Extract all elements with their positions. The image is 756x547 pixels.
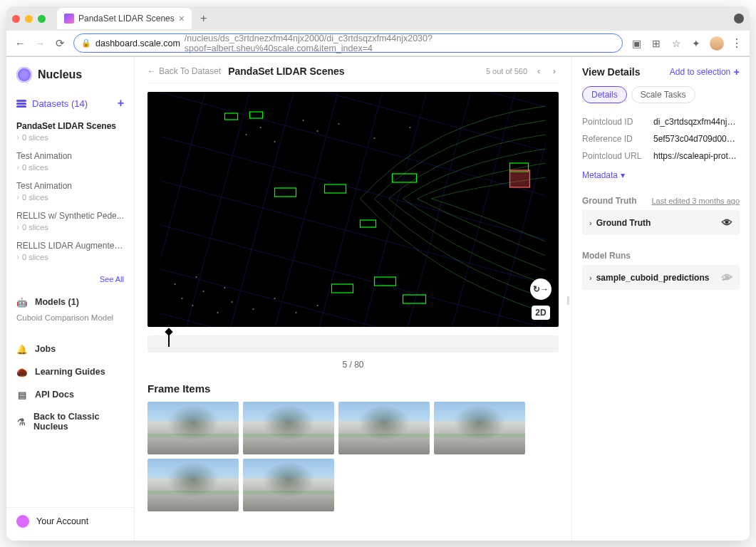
sidebar-dataset-item[interactable]: RELLIS w/ Synthetic Pede... bbox=[6, 208, 134, 222]
extension-icon[interactable]: ✦ bbox=[690, 38, 703, 49]
svg-point-13 bbox=[224, 287, 226, 288]
account-avatar-icon bbox=[16, 515, 29, 528]
qr-icon[interactable]: ⊞ bbox=[650, 38, 663, 49]
kv-key: Pointcloud URL bbox=[582, 151, 653, 161]
dataset-slices-count[interactable]: 0 slices bbox=[6, 222, 134, 238]
brand-title: Nucleus bbox=[38, 68, 82, 81]
svg-point-18 bbox=[317, 130, 319, 132]
address-bar[interactable]: 🔒 dashboard.scale.com /nucleus/ds_c3rtdn… bbox=[73, 33, 623, 53]
reload-icon[interactable]: ⟳ bbox=[53, 37, 66, 50]
doc-icon: ▤ bbox=[16, 389, 28, 400]
rotate-view-button[interactable]: ↻→ bbox=[530, 278, 552, 300]
prev-item-button[interactable]: ‹ bbox=[534, 66, 543, 76]
sidebar-dataset-item[interactable]: Test Animation bbox=[6, 178, 134, 192]
models-label: Models (1) bbox=[35, 297, 79, 307]
back-to-dataset-link[interactable]: ← Back To Dataset bbox=[147, 66, 221, 76]
model-run-row[interactable]: › sample_cuboid_predictions 👁 bbox=[582, 265, 740, 290]
datasets-list: PandaSet LIDAR Scenes 0 slices Test Anim… bbox=[6, 114, 134, 272]
sidebar-dataset-item[interactable]: RELLIS LIDAR Augmented... bbox=[6, 238, 134, 252]
dataset-slices-count[interactable]: 0 slices bbox=[6, 252, 134, 268]
ground-truth-row[interactable]: › Ground Truth 👁 bbox=[582, 210, 740, 235]
star-icon[interactable]: ☆ bbox=[670, 38, 683, 49]
kv-row: Pointcloud IDdi_c3rtdsqzxfm44njx2030 bbox=[582, 113, 740, 130]
frame-slider[interactable] bbox=[147, 335, 559, 353]
dataset-slices-count[interactable]: 0 slices bbox=[6, 192, 134, 208]
model-runs-section-title: Model Runs bbox=[582, 251, 631, 261]
nav-forward-icon[interactable]: → bbox=[33, 37, 46, 49]
next-item-button[interactable]: › bbox=[550, 66, 559, 76]
tab-scale-tasks[interactable]: Scale Tasks bbox=[631, 86, 695, 103]
datasets-header[interactable]: Datasets (14) + bbox=[6, 93, 134, 114]
svg-point-7 bbox=[253, 308, 254, 310]
page-title: PandaSet LIDAR Scenes bbox=[228, 66, 344, 77]
add-to-selection-button[interactable]: Add to selection+ bbox=[670, 66, 740, 78]
account-label: Your Account bbox=[36, 516, 88, 526]
resize-handle[interactable]: || bbox=[566, 293, 569, 304]
nucleus-logo-icon bbox=[16, 67, 32, 83]
kv-key: Pointcloud ID bbox=[582, 117, 653, 127]
slider-thumb[interactable] bbox=[168, 333, 170, 347]
svg-point-5 bbox=[217, 312, 219, 313]
kv-value: di_c3rtdsqzxfm44njx2030 bbox=[653, 117, 740, 127]
menu-kebab-icon[interactable]: ⋮ bbox=[731, 36, 742, 50]
nav-back-icon[interactable]: ← bbox=[14, 37, 26, 49]
item-count: 5 out of 560 bbox=[486, 67, 527, 75]
frame-thumbnail[interactable] bbox=[243, 459, 334, 511]
url-domain: dashboard.scale.com bbox=[95, 38, 180, 48]
details-panel: || View Details Add to selection+ Detail… bbox=[571, 57, 750, 541]
close-tab-icon[interactable]: × bbox=[179, 13, 185, 24]
dataset-slices-count[interactable]: 0 slices bbox=[6, 132, 134, 148]
see-all-link[interactable]: See All bbox=[6, 272, 134, 291]
kv-value: https://scaleapi-protect... bbox=[653, 151, 740, 161]
sidebar-nav-apidocs[interactable]: ▤API Docs bbox=[6, 383, 134, 406]
chevron-right-icon: › bbox=[589, 274, 592, 282]
window-controls[interactable] bbox=[12, 15, 53, 23]
sidebar-nav-classic[interactable]: ⚗Back to Classic Nucleus bbox=[6, 406, 134, 437]
frame-items-title: Frame Items bbox=[147, 382, 559, 402]
view-mode-2d-button[interactable]: 2D bbox=[532, 306, 550, 320]
sidebar-dataset-item[interactable]: PandaSet LIDAR Scenes bbox=[6, 118, 134, 132]
tab-details[interactable]: Details bbox=[582, 86, 627, 103]
visibility-on-icon[interactable]: 👁 bbox=[722, 217, 732, 229]
sidebar-nav-guides[interactable]: 🌰Learning Guides bbox=[6, 360, 134, 383]
kv-value: 5ef573c04d709d002d3... bbox=[653, 134, 740, 144]
your-account[interactable]: Your Account bbox=[6, 507, 134, 535]
brand[interactable]: Nucleus bbox=[6, 63, 134, 93]
sidebar: Nucleus Datasets (14) + PandaSet LIDAR S… bbox=[6, 57, 135, 541]
new-tab-button[interactable]: + bbox=[196, 12, 211, 25]
browser-tab[interactable]: PandaSet LIDAR Scenes × bbox=[57, 8, 192, 29]
details-title: View Details bbox=[582, 66, 640, 78]
visibility-off-icon[interactable]: 👁 bbox=[722, 271, 732, 283]
cast-icon[interactable]: ▣ bbox=[630, 38, 643, 49]
frame-thumbnail[interactable] bbox=[147, 459, 239, 511]
datasets-icon bbox=[16, 100, 26, 108]
svg-point-9 bbox=[296, 312, 297, 313]
model-run-label: sample_cuboid_predictions bbox=[596, 273, 710, 283]
profile-switcher-icon[interactable] bbox=[734, 14, 744, 24]
svg-point-2 bbox=[182, 298, 183, 299]
svg-rect-32 bbox=[510, 170, 530, 187]
user-avatar-icon[interactable] bbox=[710, 36, 724, 51]
main-content: ← Back To Dataset PandaSet LIDAR Scenes … bbox=[135, 57, 571, 541]
frame-thumbnail[interactable] bbox=[147, 402, 239, 454]
acorn-icon: 🌰 bbox=[16, 366, 28, 377]
models-header[interactable]: 🤖 Models (1) bbox=[6, 291, 134, 313]
add-dataset-button[interactable]: + bbox=[118, 97, 124, 110]
dataset-slices-count[interactable]: 0 slices bbox=[6, 162, 134, 178]
kv-row: Pointcloud URLhttps://scaleapi-protect..… bbox=[582, 147, 740, 165]
pointcloud-viewer[interactable]: ↻→ 2D bbox=[147, 92, 559, 327]
ground-truth-section-title: Ground Truth bbox=[582, 196, 637, 206]
svg-point-6 bbox=[232, 301, 233, 303]
svg-point-4 bbox=[203, 291, 204, 292]
sidebar-nav-jobs[interactable]: 🔔Jobs bbox=[6, 338, 134, 360]
frame-thumbnail[interactable] bbox=[434, 402, 525, 454]
sidebar-model-item[interactable]: Cuboid Comparison Model bbox=[6, 313, 134, 328]
metadata-toggle[interactable]: Metadata▾ bbox=[582, 165, 740, 190]
favicon-icon bbox=[64, 14, 74, 24]
frame-thumbnail[interactable] bbox=[243, 402, 334, 454]
sidebar-dataset-item[interactable]: Test Animation bbox=[6, 148, 134, 162]
svg-point-15 bbox=[260, 127, 262, 128]
frame-thumbnail[interactable] bbox=[338, 402, 430, 454]
svg-point-8 bbox=[274, 298, 276, 299]
svg-point-16 bbox=[274, 141, 276, 142]
